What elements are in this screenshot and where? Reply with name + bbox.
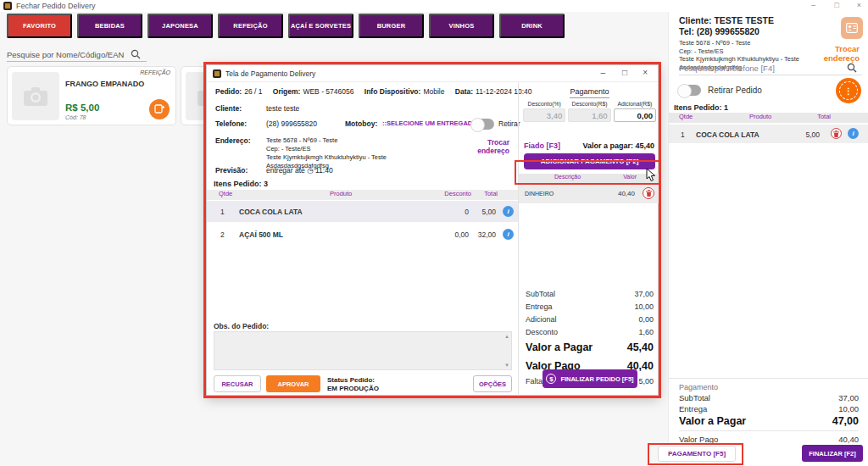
scroll-down-icon[interactable]: ▼: [504, 363, 509, 368]
order-side-panel: Cliente: TESTE TESTE Tel: (28) 999655820…: [668, 12, 868, 466]
payments-table-header: Descrição Valor: [519, 174, 660, 184]
modal-minimize-button[interactable]: –: [600, 68, 605, 77]
valor-a-pagar-inline: Valor a pagar: 45,40: [582, 141, 654, 150]
product-search-input[interactable]: [7, 50, 131, 59]
desconto-reais-input: 1,60: [568, 108, 610, 122]
item-info-icon[interactable]: i: [503, 229, 514, 240]
entrega-row: Entrega10,00: [526, 302, 654, 311]
address-lines: Teste 5678 - Nº69 - Teste Cep: - Teste/E…: [266, 136, 448, 170]
valor-a-pagar-row: Valor a Pagar45,40: [526, 341, 654, 353]
phone-search-input[interactable]: [679, 64, 847, 73]
camera-icon: [24, 87, 47, 106]
finalizar-button[interactable]: FINALIZAR [F2]: [802, 445, 863, 462]
category-bar: FAVORITO BEBIDAS JAPONESA REFEIÇÃO AÇAÍ …: [7, 14, 565, 38]
item-info-icon[interactable]: i: [848, 128, 859, 139]
product-name: FRANGO EMPANADO: [65, 80, 144, 88]
modal-item-row[interactable]: 2 AÇAÍ 500 ML 0,00 32,00 i: [207, 224, 518, 245]
adicional-field: Adicional(R$) 0,00: [614, 101, 656, 122]
category-favorito[interactable]: FAVORITO: [7, 14, 72, 38]
desconto-row: Desconto1,60: [526, 328, 654, 336]
panel-entrega-row: Entrega10,00: [679, 404, 859, 413]
payment-modal: Tela de Pagamento Delivery – □ × Pedido:…: [206, 64, 659, 396]
close-button[interactable]: ×: [857, 1, 861, 9]
retirar-label: Retirar: [498, 119, 520, 128]
item-info-icon[interactable]: i: [503, 206, 514, 217]
clock-icon: ◷: [307, 166, 313, 175]
app-title: Fechar Pedido Delivery: [16, 2, 96, 10]
obs-textarea[interactable]: ▲ ▼: [214, 331, 512, 370]
maximize-button[interactable]: □: [835, 1, 839, 9]
pagamento-button[interactable]: PAGAMENTO [F5]: [658, 446, 736, 462]
retirar-pedido-toggle-row: Retirar Pedido: [679, 85, 762, 96]
payment-title: Pagamento: [519, 87, 660, 96]
delete-payment-icon[interactable]: [643, 187, 654, 199]
search-icon: [131, 49, 141, 59]
product-category-label: REFEIÇÃO: [140, 69, 170, 75]
payment-row[interactable]: DINHEIRO 40,40: [519, 184, 660, 203]
change-address-link[interactable]: Trocar endereço: [457, 138, 509, 155]
modal-items-count: Itens Pedido: 3: [214, 180, 268, 188]
retirar-toggle[interactable]: [472, 119, 494, 130]
finalizar-pedido-button[interactable]: $ FINALIZAR PEDIDO [F5]: [542, 369, 637, 388]
category-bebidas[interactable]: BEBIDAS: [77, 14, 142, 38]
panel-change-address-link[interactable]: Trocar endereço: [809, 44, 860, 63]
add-order-icon: [154, 104, 164, 114]
category-japonesa[interactable]: JAPONESA: [147, 14, 213, 38]
panel-valor-a-pagar-row: Valor a Pagar47,00: [679, 415, 859, 427]
delivery-options-button[interactable]: ⋮: [836, 78, 861, 103]
scroll-up-icon[interactable]: ▲: [504, 334, 509, 339]
modal-items-header: Qtde Produto Desconto Total: [207, 190, 518, 200]
payment-fields: Desconto(%) 3,40 Desconto(R$) 1,60 Adici…: [523, 101, 656, 122]
order-info-line: Pedido:26 / 1 Origem:WEB - 5746056 Info …: [215, 87, 541, 96]
obs-label: Obs. do Pedido:: [214, 322, 269, 330]
panel-subtotal-row: SubTotal37,00: [679, 393, 859, 402]
order-status: Status Pedido: EM PRODUÇÃO: [327, 376, 379, 392]
app-window: Fechar Pedido Delivery – □ × FAVORITO BE…: [0, 0, 868, 466]
panel-item-row[interactable]: 1 COCA COLA LATA 5,00 i: [669, 125, 868, 143]
panel-valor-pago-row: Valor Pago40,40: [679, 435, 859, 444]
search-icon: [847, 63, 857, 73]
panel-client-phone: Tel: (28) 999655820: [679, 26, 760, 36]
desconto-percent-input: 3,40: [523, 108, 565, 122]
recusar-button[interactable]: RECUSAR: [214, 375, 261, 392]
category-drink[interactable]: DRINK: [499, 14, 565, 38]
category-vinhos[interactable]: VINHOS: [429, 14, 494, 38]
main-titlebar: Fechar Pedido Delivery – □ ×: [0, 0, 868, 12]
desconto-reais-field: Desconto(R$) 1,60: [568, 101, 610, 122]
product-price: R$ 5,00: [65, 103, 99, 113]
product-code: Cód: 78: [65, 114, 86, 120]
category-burger[interactable]: BURGER: [359, 14, 424, 38]
modal-maximize-button[interactable]: □: [622, 68, 627, 77]
adicional-row: Adicional0,00: [526, 315, 654, 324]
subtotal-row: SubTotal37,00: [526, 290, 654, 298]
category-acai-sorvetes[interactable]: AÇAÍ E SORVETES: [288, 14, 353, 38]
fiado-link[interactable]: Fiado [F3]: [524, 141, 560, 150]
dotted-ellipsis-icon: ⋮: [839, 81, 858, 100]
adicional-input[interactable]: 0,00: [614, 108, 656, 122]
modal-title: Tela de Pagamento Delivery: [225, 69, 315, 78]
app-icon: [3, 2, 12, 10]
minimize-button[interactable]: –: [811, 1, 815, 9]
contact-card-icon: [846, 23, 858, 33]
panel-items-count: Itens Pedido: 1: [674, 103, 728, 112]
opcoes-button[interactable]: OPÇÕES: [473, 375, 512, 392]
modal-footer: RECUSAR APROVAR Status Pedido: EM PRODUÇ…: [207, 375, 518, 394]
category-refeicao[interactable]: REFEIÇÃO: [218, 14, 283, 38]
product-image-placeholder: [12, 72, 59, 120]
divider: [679, 430, 859, 431]
desconto-percent-field: Desconto(%) 3,40: [523, 101, 565, 122]
add-product-button[interactable]: [149, 99, 170, 119]
product-card[interactable]: REFEIÇÃO FRANGO EMPANADO R$ 5,00 Cód: 78: [7, 66, 176, 125]
phone-search: [679, 61, 862, 75]
modal-item-row[interactable]: 1 COCA COLA LATA 0 5,00 i: [207, 201, 518, 222]
panel-items-header: Qtde Produto Total: [669, 113, 868, 123]
modal-close-button[interactable]: ×: [643, 68, 648, 77]
adicionar-pagamento-button[interactable]: ADICIONAR PAGAMENTO [F2]: [524, 153, 655, 169]
modal-app-icon: [213, 69, 221, 78]
aprovar-button[interactable]: APROVAR: [266, 375, 320, 392]
divider: [669, 378, 868, 379]
client-card-button[interactable]: [841, 17, 863, 39]
retirar-pedido-label: Retirar Pedido: [708, 86, 762, 95]
retirar-pedido-toggle[interactable]: [679, 85, 701, 96]
delete-item-icon[interactable]: [831, 128, 842, 139]
